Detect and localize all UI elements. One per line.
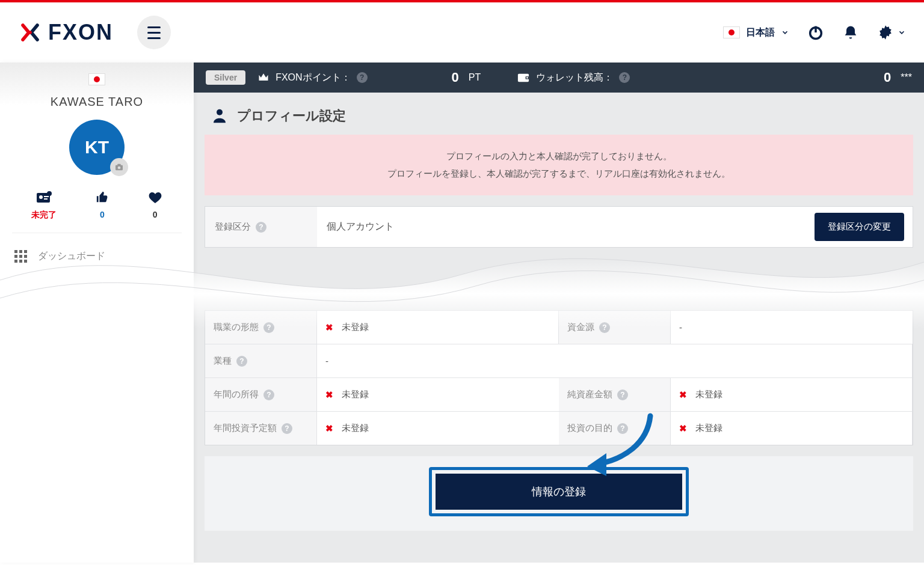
settings-menu[interactable] — [877, 24, 906, 41]
wallet-value-section: 0 *** — [884, 70, 912, 85]
account-type-label-cell: 登録区分 ? — [205, 207, 317, 247]
crown-icon — [257, 72, 270, 84]
help-icon[interactable]: ? — [263, 389, 274, 400]
investment-purpose-value: ✖未登録 — [671, 411, 913, 445]
x-icon: ✖ — [679, 423, 687, 434]
x-icon: ✖ — [325, 322, 333, 333]
person-icon — [211, 107, 229, 125]
help-icon[interactable]: ? — [619, 72, 630, 83]
stat-verification[interactable]: 未完了 — [31, 189, 57, 221]
header-left: FXON — [18, 16, 171, 49]
svg-rect-9 — [44, 196, 49, 197]
funds-source-label: 資金源? — [559, 311, 671, 344]
camera-icon — [114, 162, 124, 172]
menu-toggle-button[interactable] — [137, 16, 171, 49]
help-icon[interactable]: ? — [263, 322, 274, 333]
stat-favorites[interactable]: 0 — [148, 189, 162, 221]
help-icon[interactable]: ? — [256, 222, 266, 233]
account-type-label: 登録区分 — [215, 221, 251, 233]
grid-icon — [14, 250, 27, 263]
cta-section: 情報の登録 — [205, 456, 913, 531]
stat-value: 0 — [96, 210, 109, 219]
japan-flag-icon — [88, 73, 105, 85]
avatar[interactable]: KT — [69, 120, 125, 175]
thumbs-up-icon — [96, 191, 109, 204]
svg-rect-10 — [44, 198, 48, 200]
help-icon[interactable]: ? — [599, 322, 610, 333]
wallet-icon — [517, 72, 530, 84]
help-icon[interactable]: ? — [617, 423, 628, 434]
japan-flag-icon — [723, 26, 740, 38]
points-label: FXONポイント： — [276, 72, 350, 84]
investment-purpose-label: 投資の目的? — [559, 411, 671, 445]
alert-line-1: プロフィールの入力と本人確認が完了しておりません。 — [217, 148, 901, 165]
wallet-section: ウォレット残高： ? — [517, 72, 630, 84]
rank-badge: Silver — [206, 70, 245, 85]
account-info-bar: Silver FXONポイント： ? 0 PT ウォレット残高： ? 0 *** — [194, 63, 924, 93]
page-title: プロフィール設定 — [237, 107, 346, 125]
language-selector[interactable]: 日本語 — [723, 26, 789, 39]
bell-icon[interactable] — [842, 24, 859, 41]
industry-label: 業種? — [205, 344, 317, 377]
wallet-masked: *** — [901, 72, 912, 83]
profile-stats: 未完了 0 0 — [12, 189, 182, 233]
nav-dashboard[interactable]: ダッシュボード — [0, 239, 194, 273]
x-icon: ✖ — [325, 389, 333, 400]
page-title-row: プロフィール設定 — [194, 93, 924, 135]
brand-logo[interactable]: FXON — [18, 20, 113, 45]
power-icon[interactable] — [807, 24, 824, 41]
industry-value: - — [317, 344, 913, 377]
hamburger-icon — [147, 26, 161, 39]
camera-button[interactable] — [110, 158, 128, 176]
chevron-down-icon — [781, 28, 789, 37]
account-type-row: 登録区分 ? 個人アカウント 登録区分の変更 — [205, 206, 913, 248]
funds-source-value: - — [671, 311, 913, 344]
sidebar: KAWASE TARO KT 未完了 0 0 — [0, 63, 194, 563]
brand-text: FXON — [48, 20, 113, 45]
change-account-type-button[interactable]: 登録区分の変更 — [815, 213, 904, 241]
annual-investment-value: ✖未登録 — [317, 411, 559, 445]
svg-point-8 — [39, 195, 43, 199]
help-icon[interactable]: ? — [282, 423, 292, 434]
annual-investment-label: 年間投資予定額? — [205, 411, 317, 445]
brand-mark-icon — [18, 20, 42, 44]
account-type-action: 登録区分の変更 — [806, 207, 913, 247]
annual-income-value: ✖未登録 — [317, 377, 559, 411]
stat-value: 0 — [148, 210, 162, 219]
svg-point-15 — [217, 109, 223, 115]
wallet-label: ウォレット残高： — [536, 72, 613, 84]
alert-line-2: プロフィールを登録し、本人確認が完了するまで、リアル口座は有効化されません。 — [217, 165, 901, 183]
register-info-button[interactable]: 情報の登録 — [436, 474, 682, 510]
stat-likes[interactable]: 0 — [96, 189, 109, 221]
employment-form-value: ✖未登録 — [317, 311, 559, 344]
points-section: FXONポイント： ? — [257, 72, 367, 84]
id-card-icon — [36, 191, 52, 204]
profile-incomplete-alert: プロフィールの入力と本人確認が完了しておりません。 プロフィールを登録し、本人確… — [205, 135, 913, 195]
help-icon[interactable]: ? — [236, 356, 247, 367]
wallet-value: 0 — [884, 70, 891, 85]
account-type-value: 個人アカウント — [317, 207, 806, 247]
heart-icon — [148, 191, 162, 204]
svg-point-5 — [118, 166, 121, 170]
x-icon: ✖ — [325, 423, 333, 434]
avatar-initials: KT — [85, 137, 109, 157]
gear-icon — [877, 24, 894, 41]
points-unit: PT — [469, 72, 481, 83]
svg-rect-6 — [117, 164, 120, 166]
layout: KAWASE TARO KT 未完了 0 0 — [0, 63, 924, 563]
header: FXON 日本語 — [0, 2, 924, 63]
svg-point-11 — [47, 191, 52, 196]
user-name: KAWASE TARO — [6, 95, 188, 109]
svg-point-14 — [526, 77, 528, 79]
x-icon: ✖ — [679, 389, 687, 400]
net-assets-value: ✖未登録 — [671, 377, 913, 411]
net-assets-label: 純資産金額? — [559, 377, 671, 411]
profile-details-grid: 職業の形態? ✖未登録 資金源? - 業種? - 年間の所得? ✖未登録 純資産… — [205, 310, 913, 445]
employment-form-label: 職業の形態? — [205, 311, 317, 344]
header-right: 日本語 — [723, 24, 906, 41]
help-icon[interactable]: ? — [357, 72, 368, 83]
help-icon[interactable]: ? — [617, 389, 628, 400]
chevron-down-icon — [898, 28, 906, 37]
points-value: 0 — [452, 70, 459, 85]
language-label: 日本語 — [746, 26, 775, 39]
